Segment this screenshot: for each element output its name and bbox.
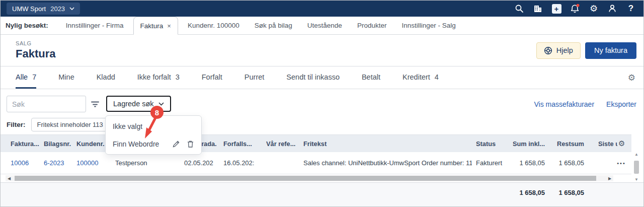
- row-actions-menu-icon[interactable]: •••: [610, 152, 632, 174]
- invoice-table: Faktura... Bilagsnr. Kundenr. Kundenavn …: [1, 132, 643, 206]
- hscroll-thumb[interactable]: [15, 176, 596, 181]
- menu-item-finn-webordre[interactable]: Finn Webordre: [106, 135, 201, 153]
- toolbar: Lagrede søk Vis massefakturaer Eksporter: [1, 89, 643, 114]
- status-tabs: Alle7 Mine Kladd Ikke forfalt3 Forfalt P…: [1, 66, 643, 89]
- page-header: SALG Faktura Hjelp Ny faktura: [1, 35, 643, 66]
- table-header-row: Faktura... Bilagsnr. Kundenr. Kundenavn …: [1, 134, 631, 152]
- cell-restsum: 1 658,05: [550, 152, 584, 174]
- cell-kundenavn: Testperson-nc: [115, 152, 147, 174]
- recent-tabs-bar: Nylig besøkt: Innstillinger - Firma Fakt…: [1, 17, 643, 35]
- recent-tab-innstillinger-salg[interactable]: Innstillinger - Salg: [394, 17, 463, 34]
- tab-count: 4: [435, 73, 439, 81]
- chevron-down-icon: [69, 7, 74, 10]
- scroll-down-icon[interactable]: ▼: [634, 178, 638, 182]
- filter-label: Filter:: [7, 121, 26, 128]
- help-button[interactable]: Hjelp: [536, 42, 581, 59]
- tab-mine[interactable]: Mine: [58, 66, 74, 89]
- scroll-left-icon[interactable]: ◀: [6, 175, 13, 181]
- filter-row: Filter: Fritekst inneholder 113 ×: [1, 114, 643, 132]
- scroll-right-icon[interactable]: ▶: [606, 175, 613, 181]
- notification-dot: [577, 4, 580, 7]
- tab-kreditert[interactable]: Kreditert4: [403, 66, 439, 89]
- new-invoice-button[interactable]: Ny faktura: [585, 42, 636, 59]
- recent-tab-sok-pa-bilag[interactable]: Søk på bilag: [247, 17, 300, 34]
- recent-tab-faktura-active[interactable]: Faktura ×: [133, 17, 178, 35]
- tab-alle[interactable]: Alle7: [16, 66, 36, 89]
- topbar-icons: + ⚙ ?: [514, 3, 636, 14]
- title-block: SALG Faktura: [16, 40, 55, 60]
- cell-fritekst: Sales channel: UniNettbutikk-UmwSport Or…: [303, 152, 472, 174]
- menu-item-ikke-valgt[interactable]: Ikke valgt: [106, 117, 201, 135]
- tab-count: 3: [176, 73, 180, 81]
- tab-ikke-forfalt[interactable]: Ikke forfalt3: [137, 66, 180, 89]
- saved-search-dropdown-button[interactable]: Lagrede søk: [106, 96, 171, 112]
- recent-tab-kundenr[interactable]: Kundenr. 100000: [180, 17, 247, 34]
- tab-count: 7: [32, 73, 36, 81]
- app-window: UMW Sport 2023 + ⚙ ?: [0, 0, 644, 207]
- help-button-label: Hjelp: [556, 46, 573, 54]
- add-icon[interactable]: +: [551, 3, 562, 14]
- saved-search-label: Lagrede søk: [113, 100, 154, 108]
- totals-row: 1 658,05 1 658,05: [1, 182, 643, 206]
- mass-invoices-link[interactable]: Vis massefakturaer: [534, 100, 595, 108]
- breadcrumb: SALG: [16, 40, 55, 46]
- column-settings-gear-icon[interactable]: ⚙: [618, 135, 625, 152]
- recent-tab-label: Faktura: [140, 22, 164, 30]
- plus-glyph: +: [552, 4, 561, 14]
- total-restsum: 1 658,05: [550, 189, 584, 196]
- cell-fakturanr-link[interactable]: 10006: [11, 152, 42, 174]
- filter-icon[interactable]: [90, 96, 100, 112]
- tabs-settings-gear-icon[interactable]: ⚙: [628, 66, 635, 89]
- header-actions: Hjelp Ny faktura: [536, 42, 636, 59]
- cell-sum-inkl: 1 658,05: [504, 152, 545, 174]
- close-icon[interactable]: ×: [167, 22, 171, 30]
- topbar: UMW Sport 2023 + ⚙ ?: [1, 1, 643, 17]
- search-input[interactable]: [7, 96, 86, 112]
- col-restsum[interactable]: Restsum: [550, 135, 584, 152]
- user-icon[interactable]: [607, 3, 618, 14]
- tab-purret[interactable]: Purret: [245, 66, 265, 89]
- vertical-scrollbar: ▲ ▼: [632, 152, 640, 182]
- vscroll-thumb[interactable]: [634, 161, 639, 174]
- recent-label: Nylig besøkt:: [6, 17, 48, 34]
- tab-kladd[interactable]: Kladd: [97, 66, 115, 89]
- recent-tab-innstillinger-firma[interactable]: Innstillinger - Firma: [58, 17, 131, 34]
- horizontal-scrollbar: ◀ ▶: [1, 174, 631, 182]
- tab-betalt[interactable]: Betalt: [362, 66, 380, 89]
- company-selector[interactable]: UMW Sport 2023: [7, 3, 80, 15]
- hscroll-track[interactable]: ◀ ▶: [6, 175, 613, 181]
- col-fakturanr[interactable]: Faktura...: [11, 135, 42, 152]
- recent-tab-utestaende[interactable]: Utestående: [300, 17, 350, 34]
- company-name: UMW Sport: [12, 5, 46, 13]
- tab-sendt-til-inkasso[interactable]: Sendt til inkasso: [286, 66, 340, 89]
- chevron-down-icon: [158, 102, 164, 106]
- cell-var-referanse: [266, 152, 297, 174]
- scroll-up-icon[interactable]: ▲: [634, 153, 638, 157]
- col-siste-utsendelse[interactable]: Siste u: [598, 135, 617, 152]
- settings-icon[interactable]: ⚙: [588, 3, 599, 14]
- help-icon[interactable]: ?: [625, 3, 636, 14]
- table-row[interactable]: 10006 6-2023 100000 Testperson-nc 02.05.…: [1, 152, 631, 174]
- export-link[interactable]: Eksporter: [606, 100, 636, 108]
- recent-tab-produkter[interactable]: Produkter: [350, 17, 394, 34]
- delete-icon[interactable]: [187, 140, 194, 148]
- col-forfallsdato[interactable]: Forfalls...: [223, 135, 259, 152]
- toolbar-links: Vis massefakturaer Eksporter: [534, 96, 637, 112]
- col-var-referanse[interactable]: Vår refe...: [266, 135, 297, 152]
- notifications-icon[interactable]: [570, 3, 581, 14]
- lifebuoy-icon: [544, 46, 552, 55]
- search-icon[interactable]: [514, 3, 525, 14]
- company-year: 2023: [50, 5, 65, 13]
- tab-forfalt[interactable]: Forfalt: [202, 66, 222, 89]
- edit-icon[interactable]: [172, 140, 180, 148]
- cell-forfallsdato: 16.05.202:: [223, 152, 259, 174]
- cell-fakturadato: 02.05.202: [184, 152, 216, 174]
- col-fritekst[interactable]: Fritekst: [303, 135, 472, 152]
- col-kundenr[interactable]: Kundenr.: [76, 135, 105, 152]
- total-sum-inkl: 1 658,05: [504, 189, 545, 196]
- company-icon[interactable]: [532, 3, 543, 14]
- col-sum-inkl[interactable]: Sum inkl...: [504, 135, 545, 152]
- cell-bilagsnr-link[interactable]: 6-2023: [44, 152, 75, 174]
- cell-kundenr-link[interactable]: 100000: [76, 152, 105, 174]
- col-bilagsnr[interactable]: Bilagsnr.: [44, 135, 75, 152]
